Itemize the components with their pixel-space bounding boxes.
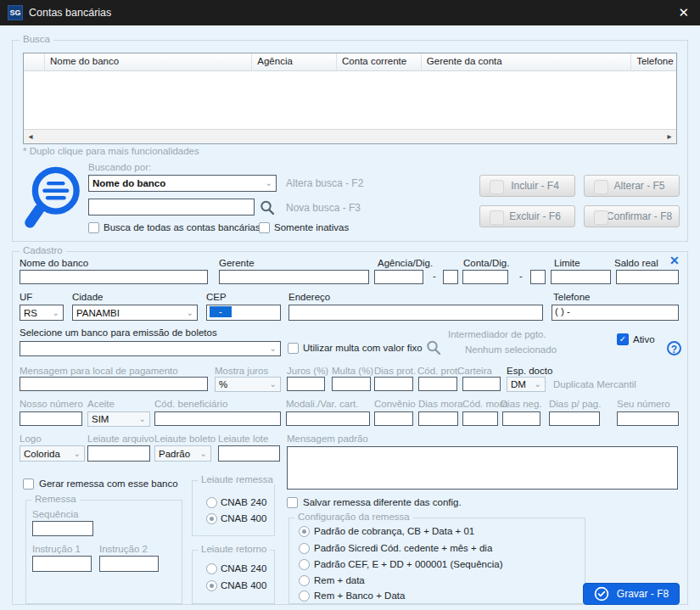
busca-todas-checkbox[interactable] bbox=[88, 222, 99, 233]
col-agencia[interactable]: Agência bbox=[252, 53, 337, 70]
config-remessa-radio-3[interactable] bbox=[299, 575, 310, 586]
msg-padrao-textarea[interactable] bbox=[287, 446, 678, 490]
col-conta-corrente[interactable]: Conta corrente bbox=[337, 53, 422, 70]
conta-input[interactable] bbox=[462, 270, 508, 284]
search-type-select[interactable]: Nome do banco ⌄ bbox=[88, 175, 277, 192]
convenio-input[interactable] bbox=[374, 411, 413, 426]
telefone-input[interactable]: ( ) - bbox=[552, 305, 679, 321]
col-telefone[interactable]: Telefone bbox=[631, 53, 676, 70]
cidade-select[interactable]: PANAMBI ⌄ bbox=[72, 305, 198, 321]
scroll-right-icon[interactable]: ▸ bbox=[663, 130, 676, 143]
dias-prot-input[interactable] bbox=[374, 377, 413, 391]
cep-label: CEP bbox=[206, 292, 227, 302]
nova-busca-search-icon[interactable] bbox=[259, 199, 276, 216]
bank-accounts-table[interactable]: Nome do banco Agência Conta corrente Ger… bbox=[23, 53, 677, 144]
app-logo-icon: SG bbox=[8, 5, 23, 20]
logo-label: Logo bbox=[20, 434, 42, 444]
instrucao2-input[interactable] bbox=[99, 556, 159, 572]
esp-docto-select[interactable]: DM ⌄ bbox=[507, 377, 546, 392]
leiaute-retorno-cnab400-radio[interactable] bbox=[206, 580, 217, 591]
dias-prot-label: Dias prot. bbox=[374, 366, 416, 376]
agencia-dig-label: Agência/Dig. bbox=[378, 258, 433, 268]
msg-local-input[interactable] bbox=[20, 377, 208, 391]
chevron-down-icon: ⌄ bbox=[270, 344, 280, 353]
incluir-label: Incluir - F4 bbox=[511, 180, 559, 192]
modali-input[interactable] bbox=[286, 411, 370, 426]
agencia-digito-input[interactable] bbox=[443, 270, 458, 284]
intermediador-search-icon[interactable] bbox=[425, 339, 442, 356]
buscando-por-label: Buscando por: bbox=[88, 162, 151, 172]
leiaute-remessa-cnab400-radio[interactable] bbox=[206, 513, 217, 524]
config-remessa-label-2: Padrão CEF, E + DD + 000001 (Sequência) bbox=[314, 559, 502, 569]
endereco-input[interactable] bbox=[288, 305, 543, 321]
conta-digito-input[interactable] bbox=[530, 270, 546, 284]
help-icon[interactable]: ? bbox=[667, 341, 681, 355]
leiaute-boleto-select[interactable]: Padrão ⌄ bbox=[154, 445, 211, 462]
uf-select[interactable]: RS ⌄ bbox=[20, 305, 64, 321]
config-remessa-radio-0[interactable] bbox=[299, 526, 310, 537]
conta-dig-label: Conta/Dig. bbox=[463, 258, 509, 268]
aceite-select[interactable]: SIM ⌄ bbox=[87, 411, 150, 427]
agencia-input[interactable] bbox=[374, 270, 423, 284]
salvar-remessa-checkbox[interactable] bbox=[287, 497, 298, 508]
multa-fixa-checkbox[interactable] bbox=[288, 343, 299, 354]
logo-select[interactable]: Colorida ⌄ bbox=[20, 445, 85, 462]
dias-pag-input[interactable] bbox=[549, 411, 600, 426]
config-remessa-radio-1[interactable] bbox=[299, 543, 310, 554]
leiaute-remessa-cnab240-label: CNAB 240 bbox=[221, 497, 266, 507]
mostra-juros-select[interactable]: % ⌄ bbox=[215, 377, 281, 392]
instrucao1-input[interactable] bbox=[32, 556, 92, 572]
cadastro-group-label: Cadastro bbox=[20, 245, 66, 255]
chevron-down-icon: ⌄ bbox=[535, 380, 545, 389]
carteira-input[interactable] bbox=[462, 377, 501, 391]
gerar-remessa-checkbox[interactable] bbox=[23, 478, 34, 490]
limite-input[interactable] bbox=[551, 270, 611, 284]
double-click-hint: * Duplo clique para mais funcionalidades bbox=[23, 146, 199, 156]
config-remessa-radio-2[interactable] bbox=[299, 559, 310, 570]
sequencia-input[interactable] bbox=[32, 521, 93, 536]
window-close-icon[interactable]: ✕ bbox=[678, 5, 689, 20]
seu-numero-input[interactable] bbox=[617, 411, 679, 426]
gerente-label: Gerente bbox=[219, 258, 255, 268]
config-remessa-label-4: Rem + Banco + Data bbox=[314, 590, 405, 601]
incluir-button[interactable]: Incluir - F4 bbox=[479, 175, 575, 197]
nova-busca-label: Nova busca - F3 bbox=[286, 202, 361, 214]
leiaute-lote-input[interactable] bbox=[218, 445, 280, 462]
ativo-checkbox[interactable]: ✓ bbox=[617, 333, 629, 345]
gravar-button[interactable]: Gravar - F8 bbox=[583, 583, 680, 605]
scroll-left-icon[interactable]: ◂ bbox=[24, 130, 37, 143]
chevron-down-icon: ⌄ bbox=[270, 380, 280, 389]
leiaute-arquivo-input[interactable] bbox=[87, 445, 150, 462]
multa-input[interactable] bbox=[332, 377, 371, 391]
search-input[interactable] bbox=[88, 199, 255, 215]
chevron-down-icon: ⌄ bbox=[74, 450, 84, 458]
col-selector[interactable] bbox=[24, 53, 45, 70]
col-gerente[interactable]: Gerente da conta bbox=[422, 53, 631, 70]
nosso-numero-input[interactable] bbox=[20, 411, 82, 426]
conta-dash: - bbox=[519, 271, 523, 281]
alterar-button[interactable]: Alterar - F5 bbox=[584, 175, 680, 197]
cod-prot-input[interactable] bbox=[418, 377, 457, 391]
cod-mora-input[interactable] bbox=[462, 411, 498, 426]
somente-inativas-checkbox[interactable] bbox=[259, 222, 270, 233]
juros-input[interactable] bbox=[287, 377, 325, 391]
leiaute-remessa-cnab240-radio[interactable] bbox=[206, 497, 217, 508]
col-nome-banco[interactable]: Nome do banco bbox=[45, 53, 252, 70]
leiaute-retorno-cnab240-radio[interactable] bbox=[206, 563, 217, 574]
saldo-real-input[interactable] bbox=[616, 270, 679, 284]
gerente-input[interactable] bbox=[219, 270, 369, 284]
table-horizontal-scrollbar[interactable]: ◂ ▸ bbox=[24, 129, 676, 143]
leiaute-boleto-label: Leiaute boleto bbox=[154, 434, 216, 444]
excluir-button[interactable]: Excluir - F6 bbox=[479, 205, 575, 227]
config-remessa-group-label: Configuração da remessa bbox=[294, 512, 413, 522]
cep-input[interactable]: - bbox=[206, 305, 281, 321]
banco-boletos-select[interactable]: ⌄ bbox=[20, 341, 281, 356]
confirmar-button[interactable]: Confirmar - F8 bbox=[584, 205, 680, 227]
cod-benef-input[interactable] bbox=[154, 411, 281, 426]
dias-mora-input[interactable] bbox=[418, 411, 458, 426]
nome-banco-input[interactable] bbox=[20, 270, 208, 284]
config-remessa-radio-4[interactable] bbox=[299, 590, 310, 602]
cadastro-close-icon[interactable]: ✕ bbox=[669, 254, 680, 267]
dias-neg-input[interactable] bbox=[502, 411, 540, 426]
instrucao2-label: Instrução 2 bbox=[99, 544, 148, 554]
